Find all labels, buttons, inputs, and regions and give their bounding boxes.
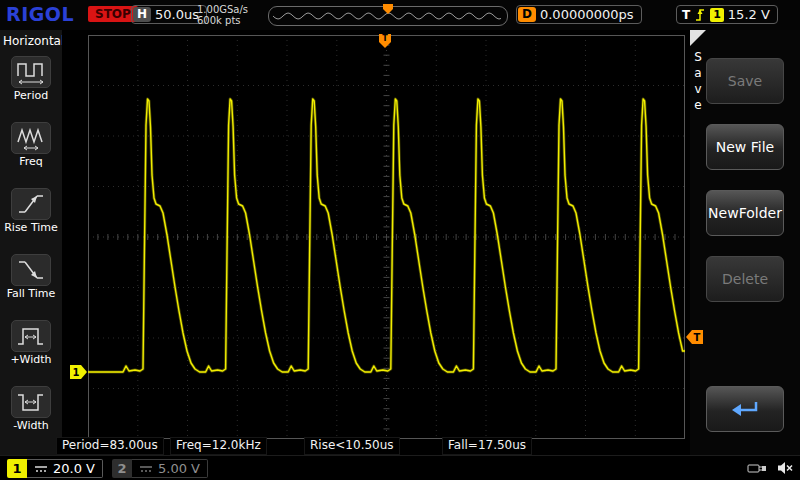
channel2-coupling-icon bbox=[139, 464, 153, 474]
fall-time-icon bbox=[11, 254, 51, 286]
t-label: T bbox=[682, 8, 690, 22]
ch1-waveform-trace bbox=[88, 35, 685, 439]
channel1-badge: 1 bbox=[7, 459, 27, 478]
sidebar-title: Horizontal bbox=[0, 30, 62, 48]
waveform-display-area: T T 1 bbox=[62, 30, 690, 455]
channel2-badge: 2 bbox=[112, 459, 132, 478]
graticule-plot: T T 1 bbox=[88, 35, 685, 439]
system-status-icons bbox=[747, 461, 794, 475]
save-button[interactable]: Save bbox=[706, 58, 784, 104]
oscilloscope-screen: RIGOL STOP H 50.0us 1.00GSa/s 600k pts D… bbox=[0, 0, 800, 480]
waveform-position-preview[interactable] bbox=[268, 6, 508, 26]
svg-text:T: T bbox=[694, 332, 701, 343]
channel1-scale: 20.0 V bbox=[53, 461, 95, 476]
rise-time-icon bbox=[11, 188, 51, 220]
menu-tab-label: Save bbox=[691, 50, 705, 114]
minus-width-icon bbox=[11, 386, 51, 418]
delay-value: 0.00000000ps bbox=[540, 7, 634, 22]
channel-status-bar: 1 20.0 V 2 5.00 V bbox=[0, 455, 800, 480]
back-button[interactable] bbox=[706, 386, 784, 432]
usb-icon bbox=[747, 462, 767, 475]
sidebar-item-rise-time[interactable]: Rise Time bbox=[0, 188, 62, 234]
preview-trigger-marker bbox=[383, 4, 393, 14]
channel1-coupling-icon bbox=[34, 464, 48, 474]
new-file-button[interactable]: New File bbox=[706, 124, 784, 170]
acquisition-readout: 1.00GSa/s 600k pts bbox=[197, 4, 248, 26]
sidebar-item-label: Rise Time bbox=[0, 222, 62, 234]
sidebar-item-label: +Width bbox=[0, 354, 62, 366]
new-folder-button[interactable]: NewFolder bbox=[706, 190, 784, 236]
trigger-readout: T 1 15.2 V bbox=[676, 5, 778, 24]
sidebar-item-period[interactable]: Period bbox=[0, 56, 62, 102]
sidebar-item-label: Fall Time bbox=[0, 288, 62, 300]
period-icon bbox=[11, 56, 51, 88]
sidebar-item-label: Freq bbox=[0, 156, 62, 168]
trigger-level-marker[interactable]: T bbox=[686, 330, 703, 344]
measurement-rise: Rise<10.50us bbox=[304, 437, 400, 455]
svg-text:T: T bbox=[382, 34, 388, 43]
sidebar-item-minus-width[interactable]: -Width bbox=[0, 386, 62, 432]
save-menu-panel: Save Save New File NewFolder Delete bbox=[690, 30, 800, 455]
delay-readout: D 0.00000000ps bbox=[516, 5, 642, 24]
trigger-level-value: 15.2 V bbox=[728, 7, 770, 22]
sidebar-item-fall-time[interactable]: Fall Time bbox=[0, 254, 62, 300]
h-label: H bbox=[133, 7, 151, 22]
channel1-status[interactable]: 1 20.0 V bbox=[7, 459, 103, 478]
top-status-bar: RIGOL STOP H 50.0us 1.00GSa/s 600k pts D… bbox=[0, 0, 800, 30]
rigol-logo: RIGOL bbox=[6, 3, 74, 25]
plus-width-icon bbox=[11, 320, 51, 352]
memory-depth: 600k pts bbox=[197, 15, 248, 26]
freq-icon bbox=[11, 122, 51, 154]
sample-rate: 1.00GSa/s bbox=[197, 4, 248, 15]
ch1-ground-marker[interactable]: 1 bbox=[70, 365, 87, 379]
horizontal-scale-readout: H 50.0us bbox=[131, 5, 207, 24]
channel2-status[interactable]: 2 5.00 V bbox=[112, 459, 208, 478]
speaker-muted-icon bbox=[777, 461, 794, 475]
measurement-freq: Freq=12.0kHz bbox=[170, 437, 267, 455]
svg-text:1: 1 bbox=[73, 367, 80, 378]
return-arrow-icon bbox=[727, 398, 763, 420]
measurement-fall: Fall=17.50us bbox=[442, 437, 532, 455]
menu-tab-corner bbox=[690, 30, 706, 46]
delete-button[interactable]: Delete bbox=[706, 256, 784, 302]
sidebar-item-plus-width[interactable]: +Width bbox=[0, 320, 62, 366]
d-label: D bbox=[518, 7, 536, 22]
sidebar-item-freq[interactable]: Freq bbox=[0, 122, 62, 168]
measurement-period: Period=83.00us bbox=[56, 437, 164, 455]
trigger-position-marker[interactable]: T bbox=[379, 34, 391, 48]
trigger-slope-icon bbox=[694, 7, 706, 22]
h-scale-value: 50.0us bbox=[155, 7, 199, 22]
sidebar-item-label: -Width bbox=[0, 420, 62, 432]
horizontal-measure-sidebar: Horizontal Period Freq bbox=[0, 30, 62, 455]
trigger-source-chip: 1 bbox=[710, 8, 724, 22]
sidebar-item-label: Period bbox=[0, 90, 62, 102]
channel2-scale: 5.00 V bbox=[158, 461, 200, 476]
